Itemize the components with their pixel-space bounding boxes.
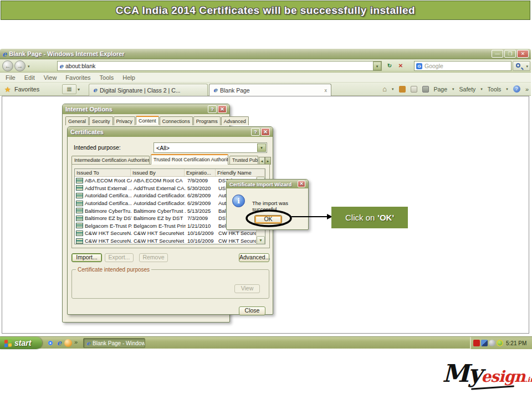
tab-list-dropdown-icon[interactable]: ▾ (78, 87, 80, 92)
update-tray-icon[interactable] (497, 340, 503, 346)
search-icon (516, 63, 520, 68)
tab-scroll-left-icon[interactable]: ◂ (259, 157, 265, 165)
cell-expiration: 5/30/2020 (186, 185, 217, 191)
table-row[interactable]: C&W HKT SecureN... C&W HKT SecureNet ...… (75, 237, 265, 244)
tab-intermediate-authorities[interactable]: Intermediate Certification Authorities (71, 156, 150, 165)
cell-issued-by: Autoridad Certificador... (132, 192, 186, 198)
home-icon[interactable]: ⌂ (382, 85, 387, 93)
tab-content[interactable]: Content (136, 116, 159, 125)
menu-tools[interactable]: Tools (100, 74, 114, 81)
import-button[interactable]: Import... (71, 253, 102, 262)
print-icon[interactable] (422, 86, 429, 93)
tools-menu[interactable]: Tools (488, 86, 502, 93)
table-header-row: Issued To Issued By Expiratio... Friendl… (75, 169, 265, 177)
close-button[interactable]: ✕ (517, 50, 529, 58)
help-icon[interactable]: ? (251, 128, 260, 136)
address-input[interactable]: e about:blank (57, 61, 382, 71)
certificate-icon (76, 201, 83, 206)
table-row[interactable]: C&W HKT SecureN... C&W HKT SecureNet ...… (75, 229, 265, 237)
scroll-down-icon[interactable]: ▼ (257, 236, 265, 244)
certificate-icon (76, 185, 83, 191)
quick-tabs-icon[interactable]: ▦ (62, 84, 76, 94)
close-icon[interactable]: ✕ (218, 105, 227, 113)
tab-programs[interactable]: Programs (193, 116, 221, 125)
menu-help[interactable]: Help (122, 74, 135, 81)
minimize-button[interactable]: — (492, 50, 503, 58)
network-tray-icon[interactable] (481, 340, 488, 346)
favorites-bar: ★ Favorites ▦ ▾ e Digital Signature | Cl… (0, 83, 531, 96)
certificate-icon (76, 216, 83, 221)
tab-advanced[interactable]: Advanced (221, 116, 249, 125)
col-issued-to[interactable]: Issued To (75, 169, 131, 176)
search-input[interactable]: G Google (414, 61, 511, 71)
window-title: Blank Page - Windows Internet Explorer (9, 50, 124, 57)
tab-trusted-root-authorities[interactable]: Trusted Root Certification Authorities (151, 154, 228, 165)
back-button[interactable]: ← (2, 60, 13, 71)
close-button[interactable]: Close (239, 306, 265, 315)
page-dropdown-icon[interactable]: ▾ (452, 87, 454, 91)
view-button[interactable]: View (234, 284, 260, 293)
tab-scroll-right-icon[interactable]: ▸ (265, 157, 271, 165)
ok-button[interactable]: OK (254, 215, 282, 224)
help-icon[interactable]: ? (208, 105, 217, 113)
clock-tray-icon[interactable] (489, 340, 495, 346)
quicklaunch-chevron-icon[interactable]: » (74, 339, 78, 345)
adobe-tray-icon[interactable] (473, 340, 480, 346)
banner-text: CCA India 2014 Certificates will be succ… (116, 4, 415, 17)
callout-text: Click on (345, 213, 375, 222)
recent-pages-dropdown-icon[interactable]: ▾ (28, 64, 30, 69)
home-dropdown-icon[interactable]: ▾ (392, 87, 394, 91)
overflow-chevron-icon[interactable]: » (525, 86, 529, 93)
intended-purpose-label: Intended purpose: (74, 144, 121, 151)
dialog-title: Certificates (70, 129, 104, 135)
tab-privacy[interactable]: Privacy (114, 116, 136, 125)
forward-button[interactable]: → (14, 60, 25, 71)
tab-security[interactable]: Security (89, 116, 113, 125)
search-dropdown-icon[interactable]: ▾ (526, 64, 528, 69)
col-expiration[interactable]: Expiratio... (185, 169, 216, 176)
tab-close-icon[interactable]: x (325, 88, 328, 93)
page-menu[interactable]: Page (434, 86, 448, 93)
close-icon[interactable]: ✕ (261, 128, 270, 136)
cell-expiration: 6/28/2009 (186, 192, 217, 198)
myesign-logo: My esign .in TM (442, 359, 529, 395)
export-button[interactable]: Export... (105, 253, 134, 262)
ie-quicklaunch-icon[interactable]: e (55, 339, 63, 347)
favorites-button[interactable]: Favorites (14, 86, 39, 93)
remove-button[interactable]: Remove (139, 253, 168, 262)
stop-icon[interactable]: ✕ (396, 62, 406, 70)
address-text: about:blank (65, 63, 95, 69)
quicklaunch-icon[interactable] (64, 339, 72, 347)
start-button[interactable]: start (0, 337, 42, 349)
tools-dropdown-icon[interactable]: ▾ (506, 87, 508, 91)
ie-task-icon: e (86, 340, 90, 347)
callout-ok-text: 'OK' (377, 213, 394, 222)
col-issued-by[interactable]: Issued By (131, 169, 185, 176)
tab-connections[interactable]: Connections (160, 116, 193, 125)
import-wizard-dialog: Certificate Import Wizard ✕ i The import… (226, 179, 309, 230)
col-friendly-name[interactable]: Friendly Name (216, 169, 265, 176)
intended-purpose-select[interactable]: <All> ▾ (154, 142, 267, 153)
search-button[interactable]: ▾ (513, 61, 530, 71)
menu-favorites[interactable]: Favorites (65, 74, 90, 81)
safety-dropdown-icon[interactable]: ▾ (480, 87, 483, 91)
close-icon[interactable]: ✕ (298, 181, 305, 187)
taskbar-task-button[interactable]: e Blank Page - Window... (83, 338, 145, 348)
advanced-button[interactable]: Advanced... (239, 253, 269, 262)
restore-button[interactable]: ❐ (504, 50, 516, 58)
command-bar: ⌂ ▾ Page ▾ Safety ▾ Tools ▾ ? » (382, 85, 529, 93)
read-mail-icon[interactable] (411, 86, 417, 93)
tab-blank-page[interactable]: e Blank Page x (209, 84, 331, 96)
refresh-icon[interactable]: ↻ (385, 62, 395, 70)
help-icon[interactable]: ? (513, 85, 520, 93)
safety-menu[interactable]: Safety (459, 86, 476, 93)
tab-digital-signature[interactable]: e Digital Signature | Class 2 | C... (89, 84, 208, 96)
menu-view[interactable]: View (44, 74, 57, 81)
chevron-down-icon[interactable]: ▾ (257, 144, 266, 152)
feeds-icon[interactable] (399, 86, 406, 93)
menu-edit[interactable]: Edit (24, 74, 35, 81)
tab-trusted-publishers[interactable]: Trusted Publ (229, 156, 258, 165)
address-dropdown-icon[interactable]: ▾ (373, 62, 381, 70)
tab-general[interactable]: General (65, 116, 89, 125)
menu-file[interactable]: File (6, 74, 16, 81)
